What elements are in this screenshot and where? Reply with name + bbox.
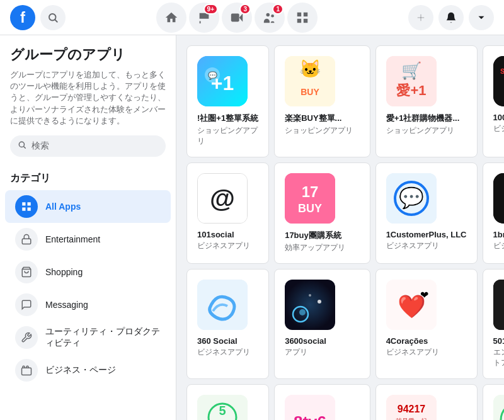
svg-rect-43 — [285, 280, 335, 330]
messaging-icon — [15, 293, 38, 316]
app-name-360social: 360 Social — [197, 336, 258, 346]
sidebar-header: グループのアプリ グループにアプリを追加して、もっと多くのツールや機能を利用しよ… — [0, 45, 176, 164]
flags-badge: 9+ — [203, 4, 218, 14]
business-icon — [15, 359, 38, 382]
category-messaging-label: Messaging — [45, 300, 88, 310]
home-nav-button[interactable] — [156, 3, 186, 33]
app-name-3600social: 3600social — [285, 336, 359, 346]
svg-point-6 — [271, 14, 274, 17]
sidebar-title: グループのアプリ — [10, 45, 166, 64]
svg-rect-14 — [28, 202, 31, 205]
svg-text:🐱: 🐱 — [299, 59, 321, 79]
app-icon-501riders: 🏍️ — [493, 280, 505, 330]
app-card-94217[interactable]: 94217就是愛一起購物/生活/知識 94217 就是愛一起 ショッピングアプリ — [375, 384, 478, 420]
facebook-logo[interactable]: f — [10, 5, 35, 30]
app-card-3600social[interactable]: 3600social アプリ — [274, 269, 370, 379]
flags-nav-button[interactable]: 9+ — [189, 3, 219, 33]
svg-text:就是愛一起: 就是愛一起 — [396, 417, 427, 420]
app-card-501riders[interactable]: 🏍️ 501Riders Sharing エンターテインメントアプリ — [483, 269, 505, 379]
app-name-ai: 愛+1社群購物機器... — [386, 113, 467, 124]
nav-search-button[interactable] — [40, 5, 66, 30]
svg-point-46 — [318, 300, 321, 304]
category-shopping[interactable]: Shopping — [5, 256, 171, 288]
utility-icon — [15, 326, 38, 349]
all-apps-icon — [15, 195, 38, 218]
svg-rect-17 — [22, 239, 31, 244]
app-card-8ty6[interactable]: 8ty6 8ty6: Digital Mark... ビジネスアプリ — [274, 384, 370, 420]
svg-text:SOCICAKE: SOCICAKE — [500, 67, 504, 75]
app-card-raku[interactable]: 🐱BUY 楽楽BUY整單... ショッピングアプリ — [274, 45, 370, 157]
sidebar-description: グループにアプリを追加して、もっと多くのツールや機能を利用しよう。アプリを使うと… — [10, 69, 166, 127]
app-card-9cv9[interactable]: 9C 9cv9 App ビジネスアプリ — [483, 384, 505, 420]
svg-text:愛+1: 愛+1 — [396, 82, 426, 98]
category-shopping-label: Shopping — [45, 267, 83, 277]
category-utility-label: ユーティリティ・プロダクティビティ — [45, 326, 161, 349]
app-name-1cp: 1CustomerPlus, LLC — [386, 230, 467, 239]
app-icon-ai: 🛒愛+1 — [386, 56, 437, 106]
app-card-shakai[interactable]: +1💬 !社圏+1整單系統 ショッピングアプリ — [186, 45, 269, 157]
app-type-4coracoes: ビジネスアプリ — [386, 347, 439, 358]
category-messaging[interactable]: Messaging — [5, 288, 171, 321]
svg-rect-18 — [22, 368, 32, 375]
app-card-1cp[interactable]: 💬 1CustomerPlus, LLC ビジネスアプリ — [375, 162, 478, 264]
svg-text:🛒: 🛒 — [401, 60, 422, 81]
category-all-apps[interactable]: All Apps — [5, 190, 171, 223]
svg-rect-8 — [304, 12, 307, 16]
app-icon-8ty6: 8ty6 — [285, 395, 335, 420]
app-icon-1cp: 💬 — [386, 173, 437, 224]
svg-text:BUY: BUY — [298, 202, 322, 215]
app-icon-5cents: 5CENTSCDN — [197, 395, 248, 420]
app-card-360social[interactable]: 360 Social ビジネスアプリ — [186, 269, 269, 379]
svg-point-47 — [309, 294, 311, 297]
app-type-1break: ビジネスアプリ — [493, 241, 505, 251]
app-type-shakai: ショッピングアプリ — [197, 125, 258, 147]
app-name-raku: 楽楽BUY整單... — [285, 113, 359, 124]
notifications-nav-button[interactable] — [438, 5, 464, 30]
sidebar: グループのアプリ グループにアプリを追加して、もっと多くのツールや機能を利用しよ… — [0, 35, 176, 420]
people-nav-button[interactable]: 1 — [255, 3, 285, 33]
category-business-label: ビジネス・ページ — [45, 365, 116, 376]
app-card-5cents[interactable]: 5CENTSCDN 5centsCDN Inc ビジネスアプリ — [186, 384, 269, 420]
search-box[interactable]: 検索 — [10, 135, 166, 157]
entertainment-icon — [15, 228, 38, 251]
category-entertainment[interactable]: Entertainment — [5, 223, 171, 256]
svg-point-5 — [266, 13, 270, 16]
main-layout: グループのアプリ グループにアプリを追加して、もっと多くのツールや機能を利用しよ… — [0, 35, 504, 420]
category-business[interactable]: ビジネス・ページ — [5, 354, 171, 387]
nav-center: 9+ 3 1 — [156, 3, 318, 33]
app-type-1001: ビジネスアプリ — [493, 123, 505, 134]
svg-rect-64 — [493, 395, 505, 420]
app-card-4coracoes[interactable]: ❤️❤ 4Corações ビジネスアプリ — [375, 269, 478, 379]
svg-text:❤: ❤ — [420, 290, 428, 300]
svg-rect-15 — [22, 207, 25, 210]
app-card-17buy[interactable]: 17BUY 17buy團購系統 効率アップアプリ — [274, 162, 370, 264]
video-badge: 3 — [239, 4, 251, 14]
search-icon — [18, 140, 26, 151]
app-card-ai[interactable]: 🛒愛+1 愛+1社群購物機器... ショッピングアプリ — [375, 45, 478, 157]
svg-text:8ty6: 8ty6 — [294, 412, 326, 420]
app-name-1001: 1001 app — [493, 113, 505, 122]
app-card-1break[interactable]: b 1break ビジネスアプリ — [483, 162, 505, 264]
video-nav-button[interactable]: 3 — [222, 3, 252, 33]
app-card-101social[interactable]: @ 101social ビジネスアプリ — [186, 162, 269, 264]
app-icon-17buy: 17BUY — [285, 173, 335, 224]
svg-text:5: 5 — [219, 404, 226, 417]
svg-rect-2 — [200, 21, 201, 23]
category-utility[interactable]: ユーティリティ・プロダクティビティ — [5, 321, 171, 354]
add-nav-button[interactable] — [408, 5, 433, 30]
svg-rect-9 — [297, 18, 301, 22]
svg-rect-13 — [22, 202, 25, 205]
app-card-1001[interactable]: 1001SOCICAKE 1001 app ビジネスアプリ — [483, 45, 505, 157]
svg-line-12 — [24, 147, 26, 149]
svg-rect-3 — [231, 13, 239, 21]
search-placeholder-text: 検索 — [32, 140, 49, 152]
grid-nav-button[interactable] — [287, 3, 318, 33]
categories-label: カテゴリ — [0, 164, 176, 190]
svg-rect-16 — [28, 207, 31, 210]
app-name-17buy: 17buy團購系統 — [285, 230, 359, 241]
app-type-1cp: ビジネスアプリ — [386, 241, 439, 251]
svg-line-1 — [55, 20, 57, 21]
svg-rect-7 — [297, 12, 301, 16]
menu-nav-button[interactable] — [469, 5, 494, 30]
app-icon-raku: 🐱BUY — [285, 56, 335, 106]
